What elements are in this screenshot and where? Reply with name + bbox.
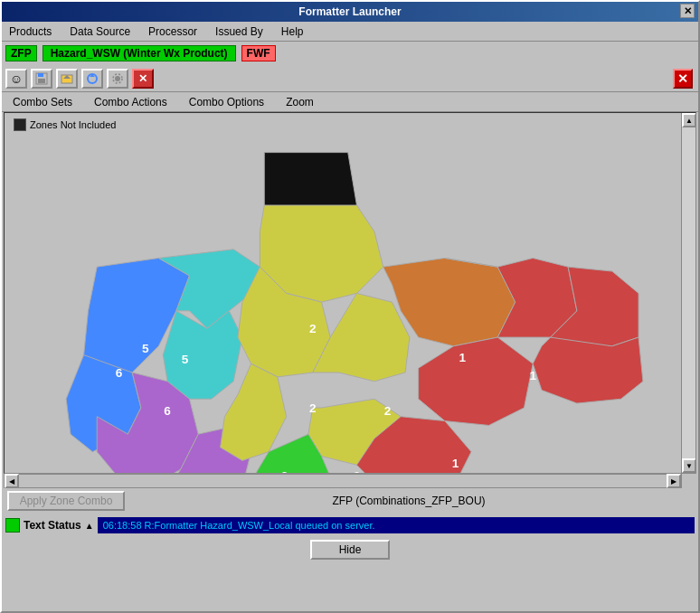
main-window: Formatter Launcher ✕ Products Data Sourc… xyxy=(0,0,700,613)
svg-marker-26 xyxy=(419,337,534,425)
tag-fwf: FWF xyxy=(241,45,276,61)
tag-zfp: ZFP xyxy=(5,45,37,61)
tag-product: Hazard_WSW (Winter Wx Product) xyxy=(43,45,236,61)
toolbar-btn-refresh[interactable] xyxy=(81,69,103,89)
menu-processor[interactable]: Processor xyxy=(145,24,201,39)
title-bar: Formatter Launcher ✕ xyxy=(2,2,698,22)
toolbar: ☺ ✕ ✕ xyxy=(2,65,698,92)
map-container: Zones Not Included xyxy=(4,112,696,474)
svg-point-7 xyxy=(115,76,120,81)
vertical-scrollbar[interactable]: ▲ ▼ xyxy=(681,113,695,473)
svg-text:2: 2 xyxy=(281,469,289,474)
svg-text:6: 6 xyxy=(116,366,123,380)
submenu-combo-sets[interactable]: Combo Sets xyxy=(9,95,76,109)
status-indicator xyxy=(5,518,20,533)
svg-text:2: 2 xyxy=(384,404,392,418)
svg-text:1: 1 xyxy=(452,457,459,470)
hide-bar: Hide xyxy=(2,537,698,562)
toolbar-btn-settings[interactable] xyxy=(107,69,128,89)
title-text: Formatter Launcher xyxy=(298,5,401,18)
toolbar-btn-face[interactable]: ☺ xyxy=(5,69,27,89)
svg-text:1: 1 xyxy=(529,369,536,382)
status-message: 06:18:58 R:Formatter Hazard_WSW_Local qu… xyxy=(98,517,695,533)
toolbar-close-button[interactable]: ✕ xyxy=(673,69,693,89)
scroll-track-v xyxy=(682,127,695,458)
legend-box xyxy=(14,118,26,131)
svg-text:1: 1 xyxy=(459,351,467,364)
svg-text:2: 2 xyxy=(354,469,361,474)
scroll-right-button[interactable]: ▶ xyxy=(667,474,681,488)
scroll-left-button[interactable]: ◀ xyxy=(5,474,19,488)
text-status-bar: Text Status ▲ 06:18:58 R:Formatter Hazar… xyxy=(2,514,698,537)
toolbar-btn-save[interactable] xyxy=(31,69,52,89)
scroll-down-button[interactable]: ▼ xyxy=(682,458,696,473)
menu-products[interactable]: Products xyxy=(5,24,55,39)
svg-text:5: 5 xyxy=(142,342,149,355)
map-svg[interactable]: 5 5 6 6 4 4 4 2 2 2 2 2 1 1 1 1 3 3 xyxy=(5,135,674,474)
svg-marker-25 xyxy=(533,337,643,403)
svg-rect-2 xyxy=(38,79,45,83)
svg-text:2: 2 xyxy=(309,322,317,335)
menu-bar: Products Data Source Processor Issued By… xyxy=(2,22,698,42)
submenu-combo-options[interactable]: Combo Options xyxy=(185,95,268,109)
legend-label: Zones Not Included xyxy=(30,119,116,130)
toolbar-btn-load[interactable] xyxy=(56,69,78,89)
svg-rect-1 xyxy=(38,73,43,77)
menu-issuedby[interactable]: Issued By xyxy=(212,24,267,39)
bottom-bar: Apply Zone Combo ZFP (Combinations_ZFP_B… xyxy=(2,488,698,514)
combo-status-label: ZFP (Combinations_ZFP_BOU) xyxy=(125,495,693,507)
title-close-button[interactable]: ✕ xyxy=(680,4,695,18)
scroll-up-button[interactable]: ▲ xyxy=(682,113,696,127)
zones-legend: Zones Not Included xyxy=(14,118,116,131)
svg-text:2: 2 xyxy=(309,401,317,415)
svg-text:6: 6 xyxy=(164,404,171,418)
horizontal-scrollbar[interactable]: ◀ ▶ xyxy=(4,474,682,488)
menu-datasource[interactable]: Data Source xyxy=(66,24,134,39)
submenu-combo-actions[interactable]: Combo Actions xyxy=(90,95,171,109)
tag-bar: ZFP Hazard_WSW (Winter Wx Product) FWF xyxy=(2,42,698,65)
submenu-zoom[interactable]: Zoom xyxy=(282,95,317,109)
text-status-label: Text Status xyxy=(24,519,81,532)
menu-help[interactable]: Help xyxy=(278,24,307,39)
svg-text:5: 5 xyxy=(182,353,189,366)
apply-zone-combo-button[interactable]: Apply Zone Combo xyxy=(7,491,125,511)
hide-button[interactable]: Hide xyxy=(310,540,391,560)
status-arrow-icon[interactable]: ▲ xyxy=(85,521,94,531)
sub-menu-bar: Combo Sets Combo Actions Combo Options Z… xyxy=(2,92,698,112)
toolbar-btn-stop[interactable]: ✕ xyxy=(132,69,154,89)
